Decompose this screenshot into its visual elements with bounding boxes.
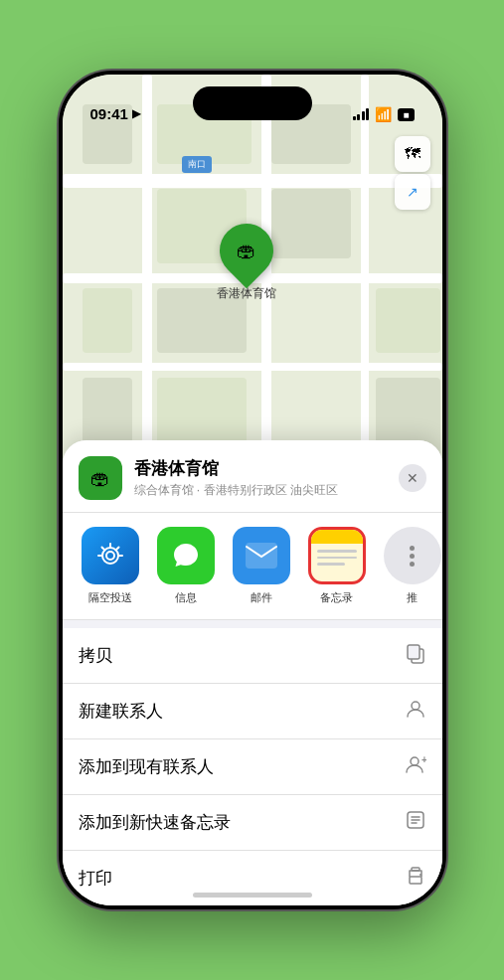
map-controls: 🗺 ↗: [395, 136, 430, 210]
map-building: [83, 288, 132, 353]
time-label: 09:41: [90, 105, 128, 122]
map-road: [63, 174, 442, 188]
location-button[interactable]: ↗: [395, 174, 430, 210]
svg-point-10: [412, 702, 420, 710]
share-item-notes[interactable]: 备忘录: [305, 527, 369, 605]
menu-copy-label: 拷贝: [79, 644, 112, 667]
notes-label: 备忘录: [320, 590, 353, 605]
svg-point-11: [411, 757, 419, 765]
mail-label: 邮件: [251, 590, 272, 605]
svg-text:+: +: [421, 754, 426, 765]
status-time: 09:41 ▶: [90, 105, 140, 122]
menu-add-existing-label: 添加到现有联系人: [79, 755, 214, 778]
location-subtitle: 综合体育馆 · 香港特别行政区 油尖旺区: [134, 482, 387, 499]
marker-pin-icon: 🏟: [237, 240, 256, 262]
more-icon: [384, 527, 441, 584]
bottom-sheet: 🏟 香港体育馆 综合体育馆 · 香港特别行政区 油尖旺区 ✕: [63, 440, 442, 905]
location-name: 香港体育馆: [134, 457, 387, 480]
phone-frame: 09:41 ▶ 📶 ■: [59, 71, 446, 909]
more-dot: [410, 546, 415, 551]
airdrop-icon: [82, 527, 139, 584]
svg-point-19: [420, 874, 421, 876]
marker-pin: 🏟: [208, 213, 283, 288]
svg-rect-9: [408, 645, 420, 659]
quick-note-icon: [405, 809, 426, 836]
mail-icon: [233, 527, 290, 584]
map-label-nankou: 南口: [182, 156, 212, 173]
map-road: [361, 75, 369, 472]
airdrop-label: 隔空投送: [88, 590, 132, 605]
notes-line: [317, 550, 357, 553]
svg-line-5: [101, 548, 104, 551]
share-row: 隔空投送 信息: [63, 513, 442, 620]
map-type-button[interactable]: 🗺: [395, 136, 430, 172]
notes-line: [317, 563, 345, 566]
share-item-more[interactable]: 推: [381, 527, 442, 605]
notes-line: [317, 557, 357, 560]
battery-icon: ■: [398, 108, 414, 121]
dynamic-island: [193, 86, 312, 120]
location-arrow-icon: ▶: [132, 107, 140, 120]
menu-quick-note-label: 添加到新快速备忘录: [79, 811, 231, 834]
location-marker: 🏟 香港体育馆: [217, 224, 276, 302]
map-road: [63, 363, 442, 371]
messages-label: 信息: [175, 590, 197, 605]
copy-icon: [405, 642, 426, 669]
share-item-mail[interactable]: 邮件: [230, 527, 293, 605]
menu-print-label: 打印: [79, 867, 112, 890]
close-button[interactable]: ✕: [399, 464, 426, 492]
phone-screen: 09:41 ▶ 📶 ■: [63, 75, 442, 905]
map-building: [376, 288, 440, 353]
menu-item-new-contact[interactable]: 新建联系人: [63, 684, 442, 739]
messages-icon: [157, 527, 215, 584]
more-dot: [410, 554, 415, 559]
location-header: 🏟 香港体育馆 综合体育馆 · 香港特别行政区 油尖旺区 ✕: [63, 440, 442, 513]
print-icon: [405, 865, 426, 892]
menu-new-contact-label: 新建联系人: [79, 700, 163, 723]
add-existing-contact-icon: +: [405, 753, 426, 780]
svg-point-1: [106, 552, 114, 560]
map-road: [142, 75, 152, 472]
more-dot: [410, 562, 415, 567]
location-venue-icon: 🏟: [79, 456, 122, 500]
notes-lines-container: [311, 544, 363, 566]
menu-list: 拷贝 新建联系人: [63, 628, 442, 905]
svg-line-6: [115, 548, 118, 551]
map-building: [271, 189, 351, 258]
notes-yellow-top: [311, 530, 363, 544]
signal-icon: [353, 108, 370, 120]
status-right: 📶 ■: [353, 106, 415, 122]
share-item-airdrop[interactable]: 隔空投送: [79, 527, 142, 605]
wifi-icon: 📶: [375, 106, 392, 122]
notes-icon-container: [308, 527, 366, 584]
menu-item-add-existing[interactable]: 添加到现有联系人 +: [63, 739, 442, 795]
more-dots: [410, 546, 415, 567]
svg-rect-18: [412, 868, 420, 871]
home-indicator: [193, 893, 312, 898]
location-info: 香港体育馆 综合体育馆 · 香港特别行政区 油尖旺区: [134, 457, 387, 499]
menu-item-quick-note[interactable]: 添加到新快速备忘录: [63, 795, 442, 851]
more-label: 推: [407, 590, 418, 605]
share-item-messages[interactable]: 信息: [154, 527, 218, 605]
svg-rect-17: [410, 877, 421, 884]
new-contact-icon: [405, 698, 426, 725]
menu-item-copy[interactable]: 拷贝: [63, 628, 442, 684]
map-area: 南口 🏟 香港体育馆 🗺 ↗: [63, 75, 442, 472]
